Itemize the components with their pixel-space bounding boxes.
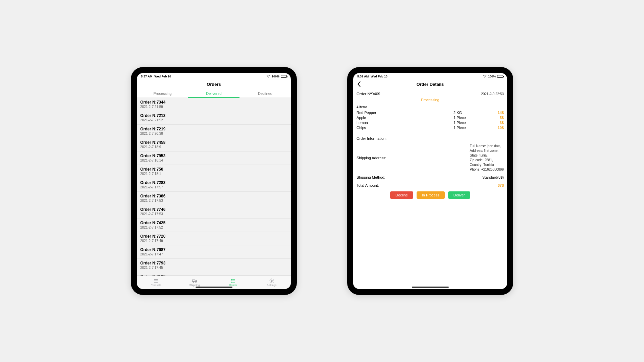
list-item[interactable]: Order N:7502021-2-7 18:1 xyxy=(137,165,291,178)
svg-point-5 xyxy=(196,282,197,283)
order-info-label: Order Information: xyxy=(357,136,504,140)
status-bar: 5:37 AM Wed Feb 10 100% xyxy=(137,73,291,80)
list-item[interactable]: Order N:72132021-2-7 21:52 xyxy=(137,111,291,125)
addr-fullname: Full Name: john doe, xyxy=(470,144,504,148)
total-value: 37$ xyxy=(498,183,504,187)
home-indicator[interactable] xyxy=(196,287,232,288)
clock-date: Wed Feb 10 xyxy=(154,75,171,78)
status-left: 5:39 AM Wed Feb 10 xyxy=(357,75,387,78)
order-date: 2021-2-7 18:1 xyxy=(140,172,287,176)
item-price: 10$ xyxy=(490,125,504,130)
tab-processing[interactable]: Processing xyxy=(137,89,188,98)
item-name: Apple xyxy=(357,115,453,120)
list-item[interactable]: Order N:74252021-2-7 17:52 xyxy=(137,219,291,232)
order-date: 2021-2-7 18:9 xyxy=(140,145,287,149)
order-title: Order N:7283 xyxy=(140,180,287,185)
total-label: Total Amount: xyxy=(357,183,379,187)
order-date: 2021-2-7 17:57 xyxy=(140,185,287,189)
back-button[interactable] xyxy=(357,81,361,88)
tab-settings[interactable]: Settings xyxy=(252,276,291,289)
status-right: 100% xyxy=(266,75,287,78)
decline-button[interactable]: Decline xyxy=(390,191,413,199)
addr-phone: Phone: +21625880899 xyxy=(470,167,504,172)
clock-date: Wed Feb 10 xyxy=(371,75,387,78)
item-price: 14$ xyxy=(490,110,504,115)
list-item[interactable]: Order N:79532021-2-7 18:14 xyxy=(137,152,291,165)
screen-order-details: 5:39 AM Wed Feb 10 100% Order Details Or… xyxy=(353,73,507,289)
addr-address: Address: first zone, xyxy=(470,148,504,153)
item-price: 5$ xyxy=(490,115,504,120)
item-qty: 1 Piece xyxy=(453,125,490,130)
orders-list[interactable]: Order N:73442021-2-7 21:59Order N:721320… xyxy=(137,98,291,276)
list-item[interactable]: Order N:72192021-2-7 20:38 xyxy=(137,125,291,138)
order-date: 2021-2-7 20:38 xyxy=(140,132,287,135)
home-indicator[interactable] xyxy=(412,287,449,288)
ipad-right: 5:39 AM Wed Feb 10 100% Order Details Or… xyxy=(347,67,513,295)
list-item[interactable]: Order N:71382021-2-7 17:45 xyxy=(137,272,291,276)
checklist-icon xyxy=(230,279,236,283)
battery-icon xyxy=(497,75,503,78)
total-row: Total Amount: 37$ xyxy=(357,183,504,187)
ipad-left: 5:37 AM Wed Feb 10 100% Orders Processin… xyxy=(131,67,297,295)
order-timestamp: 2021-2-9 22:53 xyxy=(481,92,504,96)
order-title: Order N:7953 xyxy=(140,154,287,158)
shipping-address-row: Shipping Address: Full Name: john doe, A… xyxy=(357,144,504,172)
list-item[interactable]: Order N:73442021-2-7 21:59 xyxy=(137,98,291,111)
order-title: Order N:7344 xyxy=(140,100,287,105)
list-item[interactable]: Order N:76872021-2-7 17:47 xyxy=(137,245,291,259)
item-qty: 2 KG xyxy=(453,110,490,115)
svg-point-4 xyxy=(193,282,194,283)
battery-pct: 100% xyxy=(488,75,496,78)
order-title: Order N:7425 xyxy=(140,221,287,225)
item-price: 3$ xyxy=(490,120,504,125)
shipping-method-row: Shipping Method: Standard(5$) xyxy=(357,175,504,179)
list-item[interactable]: Order N:72832021-2-7 17:57 xyxy=(137,178,291,192)
list-item[interactable]: Order N:77202021-2-7 17:49 xyxy=(137,232,291,245)
list-item[interactable]: Order N:77932021-2-7 17:45 xyxy=(137,259,291,272)
order-date: 2021-2-7 17:47 xyxy=(140,252,287,256)
deliver-button[interactable]: Deliver xyxy=(448,191,470,199)
order-title: Order N:7746 xyxy=(140,207,287,212)
order-date: 2021-2-7 17:49 xyxy=(140,239,287,243)
order-date: 2021-2-7 17:53 xyxy=(140,212,287,216)
tab-label: Shipping xyxy=(190,284,200,287)
addr-zip: Zip code: 2581, xyxy=(470,158,504,163)
shipping-address-value: Full Name: john doe, Address: first zone… xyxy=(470,144,504,172)
list-item[interactable]: Order N:73862021-2-7 17:53 xyxy=(137,192,291,205)
tab-products[interactable]: Products xyxy=(137,276,175,289)
clock-time: 5:39 AM xyxy=(357,75,369,78)
item-name: Red Pepper xyxy=(357,110,453,115)
item-row: Apple1 Piece5$ xyxy=(357,115,504,120)
in-process-button[interactable]: In Process xyxy=(417,191,445,199)
battery-icon xyxy=(281,75,287,78)
item-row: Red Pepper2 KG14$ xyxy=(357,110,504,115)
order-number: Order Nº9409 xyxy=(357,92,380,96)
item-name: Lemon xyxy=(357,120,453,125)
order-date: 2021-2-7 21:59 xyxy=(140,105,287,109)
list-item[interactable]: Order N:77462021-2-7 17:53 xyxy=(137,205,291,219)
list-item[interactable]: Order N:74582021-2-7 18:9 xyxy=(137,138,291,152)
page-title: Order Details xyxy=(417,82,444,87)
order-date: 2021-2-7 17:52 xyxy=(140,226,287,229)
page-title: Orders xyxy=(207,82,221,87)
order-date: 2021-2-7 21:52 xyxy=(140,118,287,122)
items-count: 4 items xyxy=(357,105,504,109)
svg-point-9 xyxy=(231,279,231,280)
item-qty: 1 Piece xyxy=(453,115,490,120)
svg-point-11 xyxy=(231,282,231,282)
item-row: Lemon1 Piece3$ xyxy=(357,120,504,125)
tab-delivered[interactable]: Delivered xyxy=(188,89,239,98)
order-title: Order N:7793 xyxy=(140,261,287,265)
shipping-address-label: Shipping Address: xyxy=(357,156,386,160)
nav-header: Order Details xyxy=(353,80,507,89)
order-date: 2021-2-7 18:14 xyxy=(140,159,287,162)
item-qty: 1 Piece xyxy=(453,120,490,125)
order-date: 2021-2-7 17:53 xyxy=(140,199,287,202)
tab-declined[interactable]: Declined xyxy=(239,89,291,98)
tab-label: Settings xyxy=(267,284,276,287)
wifi-icon xyxy=(483,75,487,78)
tab-label: Orders xyxy=(229,284,237,287)
addr-state: State: tunia, xyxy=(470,153,504,158)
order-title: Order N:7458 xyxy=(140,140,287,145)
shipping-method-value: Standard(5$) xyxy=(482,175,504,179)
